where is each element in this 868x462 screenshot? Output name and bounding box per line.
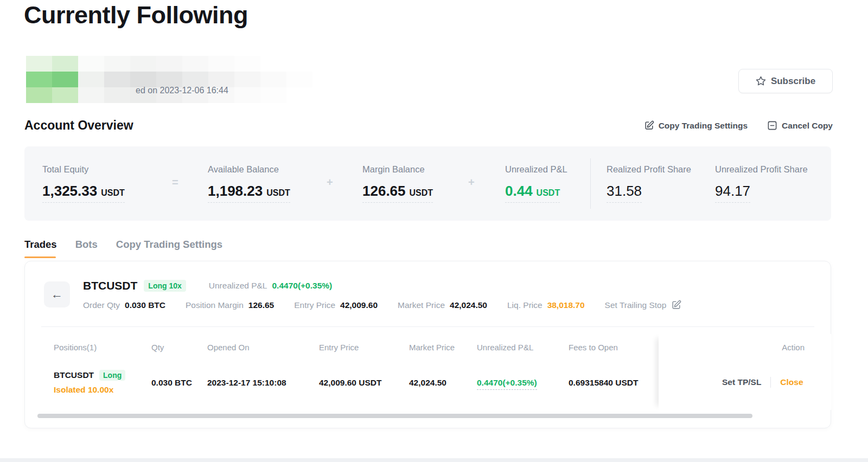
tab-copy-trading-settings[interactable]: Copy Trading Settings: [116, 239, 222, 258]
back-button[interactable]: ←: [44, 281, 70, 307]
equals-operator: =: [172, 176, 178, 189]
plus-operator: +: [327, 176, 333, 189]
set-tpsl-button[interactable]: Set TP/SL: [722, 377, 761, 387]
star-icon: [756, 76, 766, 86]
detail-liq-price: Liq. Price 38,018.70: [507, 300, 585, 310]
subscribe-label: Subscribe: [771, 76, 815, 87]
cancel-copy-button[interactable]: Cancel Copy: [767, 120, 833, 131]
tab-bar: Trades Bots Copy Trading Settings: [24, 239, 222, 258]
row-symbol-cell: BTCUSDT Long: [54, 370, 125, 381]
detail-position-margin: Position Margin 126.65: [186, 300, 274, 310]
stats-divider: [590, 158, 591, 209]
footer-strip: [0, 458, 868, 462]
horizontal-scrollbar[interactable]: [37, 414, 752, 418]
stat-unrealized-profit-share: Unrealized Profit Share 94.17: [715, 164, 808, 203]
stat-realized-profit-share: Realized Profit Share 31.58: [607, 164, 691, 203]
row-symbol: BTCUSDT: [54, 370, 94, 380]
col-header-entry-price: Entry Price: [319, 343, 359, 352]
trades-card: ← BTCUSDT Long 10x Unrealized P&L 0.4470…: [24, 261, 831, 428]
position-header: BTCUSDT Long 10x Unrealized P&L 0.4470(+…: [83, 279, 332, 292]
account-overview-actions: Copy Trading Settings Cancel Copy: [644, 120, 833, 131]
page-title: Currently Following: [24, 1, 248, 29]
col-header-opened-on: Opened On: [207, 343, 250, 352]
account-overview-heading: Account Overview: [24, 118, 133, 133]
avatar-blurred: [26, 56, 339, 103]
stat-total-equity: Total Equity 1,325.33USDT: [42, 164, 125, 203]
copy-trading-settings-button[interactable]: Copy Trading Settings: [644, 120, 748, 131]
col-header-fees-to-open: Fees to Open: [569, 343, 618, 352]
detail-entry-price: Entry Price 42,009.60: [294, 300, 378, 310]
stat-value: 126.65: [362, 183, 406, 200]
action-separator: [770, 377, 771, 388]
set-trailing-stop-button[interactable]: Set Trailing Stop: [605, 300, 682, 310]
edit-icon[interactable]: [671, 300, 681, 310]
edit-icon: [644, 120, 654, 131]
card-divider: [41, 326, 814, 327]
row-opened-on: 2023-12-17 15:10:08: [207, 378, 286, 388]
unrealized-pnl-value: 0.4470(+0.35%): [272, 281, 333, 291]
page: Currently Following ed on 2023-12-06 16:…: [0, 0, 868, 462]
minus-square-icon: [767, 120, 777, 131]
unrealized-pnl-label: Unrealized P&L: [209, 281, 267, 291]
copied-on-text: ed on 2023-12-06 16:44: [136, 86, 228, 95]
detail-market-price: Market Price 42,024.50: [398, 300, 487, 310]
stat-value: 94.17: [715, 183, 750, 200]
col-header-qty: Qty: [151, 343, 164, 352]
stat-unrealized-pnl: Unrealized P&L 0.44USDT: [505, 164, 567, 203]
stat-value: 1,325.33: [42, 183, 97, 200]
stat-value: 0.44: [505, 183, 533, 200]
subscribe-button[interactable]: Subscribe: [738, 69, 833, 93]
stat-margin-balance: Margin Balance 126.65USDT: [362, 164, 433, 203]
direction-badge: Long 10x: [144, 280, 186, 292]
row-actions: Set TP/SL Close: [722, 377, 803, 388]
cancel-copy-label: Cancel Copy: [782, 121, 833, 131]
back-arrow-icon: ←: [51, 287, 63, 301]
stat-value: 1,198.23: [208, 183, 263, 200]
row-market-price: 42,024.50: [409, 378, 446, 388]
copy-trading-settings-label: Copy Trading Settings: [659, 121, 748, 131]
row-fees-to-open: 0.69315840 USDT: [569, 378, 638, 388]
col-header-market-price: Market Price: [409, 343, 455, 352]
detail-order-qty: Order Qty 0.030 BTC: [83, 300, 165, 310]
stat-available-balance: Available Balance 1,198.23USDT: [208, 164, 290, 203]
tab-trades[interactable]: Trades: [24, 239, 57, 258]
stat-value: 31.58: [607, 183, 642, 200]
plus-operator: +: [468, 176, 475, 189]
row-entry-price: 42,009.60 USDT: [319, 378, 381, 388]
position-symbol: BTCUSDT: [83, 279, 137, 292]
side-badge: Long: [99, 370, 125, 381]
row-margin-mode: Isolated 10.00x: [54, 385, 113, 395]
account-stats-panel: Total Equity 1,325.33USDT = Available Ba…: [24, 146, 831, 221]
col-header-unrealized-pnl: Unrealized P&L: [477, 343, 533, 352]
position-details: Order Qty 0.030 BTC Position Margin 126.…: [83, 300, 681, 310]
sticky-action-column: [659, 334, 831, 410]
col-header-positions: Positions(1): [54, 343, 97, 352]
col-header-action: Action: [779, 343, 805, 352]
close-button[interactable]: Close: [780, 377, 803, 387]
tab-bots[interactable]: Bots: [75, 239, 98, 258]
row-unrealized-pnl: 0.4470(+0.35%): [477, 378, 537, 390]
row-qty: 0.030 BTC: [151, 378, 192, 388]
